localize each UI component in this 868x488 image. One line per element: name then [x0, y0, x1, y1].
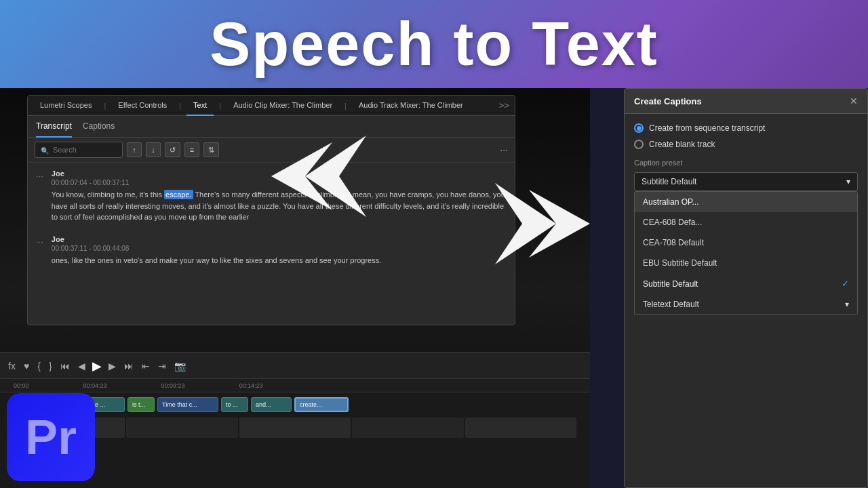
radio-label-blank-track: Create blank track: [649, 140, 715, 149]
ruler-mark-3: 00:14:23: [239, 382, 263, 389]
clip-and[interactable]: and...: [251, 397, 292, 412]
premiere-pr-text: Pr: [25, 409, 77, 465]
track-row-1: Right now ... because ... is t... Time t…: [14, 396, 576, 413]
chevron-down-icon: [846, 177, 850, 186]
entry-body-2: Joe 00:00:37:11 - 00:00:44:08 ones, like…: [52, 235, 507, 266]
preset-option-ebu-label: EBU Subtitle Default: [643, 258, 717, 268]
in-point-button[interactable]: {: [36, 359, 42, 373]
clip-is[interactable]: is t...: [127, 397, 155, 412]
play-button[interactable]: ▶: [92, 359, 102, 373]
search-icon: [41, 144, 49, 156]
entry-text-2[interactable]: ones, like the ones in veto's and make y…: [52, 255, 507, 266]
premiere-logo: Pr: [7, 393, 95, 481]
track-row-2: [14, 418, 576, 438]
up-icon: [132, 146, 136, 154]
loop-in-button[interactable]: ⇤: [140, 359, 151, 373]
preset-option-subtitle-label: Subtitle Default: [643, 279, 698, 289]
preset-option-teletext[interactable]: Teletext Default ▾: [635, 294, 857, 314]
rewind-button[interactable]: ◀: [77, 359, 87, 373]
tab-lumetri[interactable]: Lumetri Scopes: [33, 96, 98, 116]
tab-effects[interactable]: Effect Controls: [111, 96, 174, 116]
radio-blank-track[interactable]: Create blank track: [634, 140, 858, 149]
preset-option-cea708-label: CEA-708 Default: [643, 238, 704, 247]
arrow-up-button[interactable]: [127, 142, 142, 157]
forward-button[interactable]: ▶: [107, 359, 117, 373]
transcript-entry-2: ··· Joe 00:00:37:11 - 00:00:44:08 ones, …: [36, 235, 507, 266]
tab-audioclip[interactable]: Audio Clip Mixer: The Climber: [226, 96, 339, 116]
arrow-down-button[interactable]: [146, 142, 161, 157]
align-button[interactable]: ≡: [184, 142, 199, 157]
preset-option-cea608-label: CEA-608 Defa...: [643, 218, 702, 227]
entry-text-content-2: ones, like the ones in veto's and make y…: [52, 256, 381, 264]
transcript-tabs: Transcript Captions: [28, 116, 515, 138]
radio-circle-blank-track: [634, 140, 644, 149]
clip-create[interactable]: create...: [294, 397, 349, 412]
fx-button[interactable]: fx: [7, 359, 17, 373]
entry-menu-2[interactable]: ···: [36, 237, 43, 266]
timeline-ruler: 00:00 00:04:23 00:09:23 00:14:23: [0, 379, 590, 392]
camera-button[interactable]: 📷: [173, 359, 187, 373]
preset-option-cea608[interactable]: CEA-608 Defa...: [635, 212, 857, 232]
radio-label-from-transcript: Create from sequence transcript: [649, 123, 765, 133]
tab-transcript[interactable]: Transcript: [36, 116, 72, 138]
loop-out-button[interactable]: ⇥: [157, 359, 167, 373]
video-thumbnail-2: [126, 418, 237, 438]
step-back-button[interactable]: ⏮: [59, 359, 71, 373]
captions-title: Create Captions: [634, 96, 702, 106]
entry-text-before-1: You know, climbing to me, it's this: [52, 190, 164, 199]
ruler-mark-2: 00:09:23: [161, 382, 185, 389]
out-point-button[interactable]: }: [47, 359, 54, 373]
transcript-content: ··· Joe 00:00:07:04 - 00:00:37:11 You kn…: [28, 163, 515, 307]
panel-tabs-bar: Lumetri Scopes | Effect Controls | Text …: [28, 96, 515, 116]
entry-menu-1[interactable]: ···: [36, 171, 43, 223]
radio-circle-from-transcript: [634, 123, 644, 133]
marker-button[interactable]: ♥: [22, 359, 31, 373]
video-thumbnail-3: [239, 418, 351, 438]
clip-to[interactable]: to ...: [221, 397, 248, 412]
down-icon: [151, 146, 155, 154]
captions-body: Create from sequence transcript Create b…: [625, 114, 867, 483]
refresh-button[interactable]: [165, 142, 180, 157]
refresh-icon: [170, 146, 176, 155]
caption-preset-label: Caption preset: [634, 159, 858, 167]
entry-time-1: 00:00:07:04 - 00:00:37:11: [52, 179, 507, 186]
entry-speaker-1: Joe: [52, 169, 507, 178]
transcript-toolbar: ≡ ⇅: [28, 138, 515, 163]
timeline-controls: fx ♥ { } ⏮ ◀ ▶ ▶ ⏭ ⇤ ⇥ 📷: [0, 353, 590, 379]
tab-audiotrack[interactable]: Audio Track Mixer: The Climber: [352, 96, 470, 116]
caption-preset-dropdown-button[interactable]: Subtitle Default: [634, 172, 858, 191]
preset-option-australian[interactable]: Australian OP...: [635, 192, 857, 212]
preset-option-subtitle[interactable]: Subtitle Default: [635, 273, 857, 294]
top-banner: Speech to Text: [0, 0, 868, 88]
ruler-mark-0: 00:00: [14, 382, 29, 389]
video-thumbnail-4: [352, 418, 463, 438]
preset-option-cea708[interactable]: CEA-708 Default: [635, 232, 857, 253]
radio-from-transcript[interactable]: Create from sequence transcript: [634, 123, 858, 133]
entry-time-2: 00:00:37:11 - 00:00:44:08: [52, 245, 507, 252]
text-panel: Lumetri Scopes | Effect Controls | Text …: [27, 95, 515, 325]
caption-preset-selected: Subtitle Default: [642, 177, 696, 186]
transcript-entry-1: ··· Joe 00:00:07:04 - 00:00:37:11 You kn…: [36, 169, 507, 223]
search-input[interactable]: [53, 146, 114, 154]
more-options-button[interactable]: [500, 144, 508, 155]
checkmark-icon: [842, 279, 849, 289]
tab-captions[interactable]: Captions: [83, 116, 115, 138]
caption-preset-menu: Australian OP... CEA-608 Defa... CEA-708…: [634, 191, 858, 315]
caption-preset-dropdown[interactable]: Subtitle Default Australian OP... CEA-60…: [634, 172, 858, 191]
preset-option-ebu[interactable]: EBU Subtitle Default: [635, 253, 857, 273]
search-box[interactable]: [35, 142, 123, 158]
step-forward-button[interactable]: ⏭: [123, 359, 135, 373]
tab-text[interactable]: Text: [186, 96, 214, 116]
adjust-button[interactable]: ⇅: [203, 142, 219, 157]
captions-panel: Create Captions Create from sequence tra…: [624, 88, 868, 488]
preset-option-australian-label: Australian OP...: [643, 197, 699, 207]
captions-header: Create Captions: [625, 89, 867, 114]
entry-body-1: Joe 00:00:07:04 - 00:00:37:11 You know, …: [52, 169, 507, 223]
video-thumbnail-5: [465, 418, 576, 438]
captions-close-button[interactable]: [850, 96, 858, 106]
ruler-mark-1: 00:04:23: [83, 382, 107, 389]
entry-speaker-2: Joe: [52, 235, 507, 243]
entry-text-1[interactable]: You know, climbing to me, it's this esca…: [52, 189, 507, 223]
panel-expand-icon[interactable]: >>: [499, 100, 509, 110]
clip-timethat[interactable]: Time that c...: [157, 397, 218, 412]
